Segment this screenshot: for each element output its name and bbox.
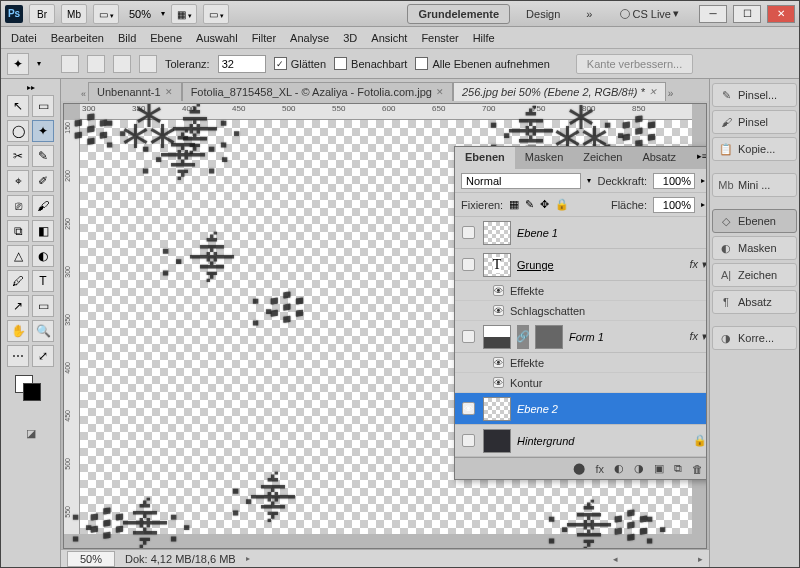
visibility-icon[interactable]: 👁 [493,357,504,368]
fill-input[interactable]: 100% [653,197,695,213]
visibility-icon[interactable]: 👁 [462,402,475,415]
layer-name[interactable]: Hintergrund [517,435,687,447]
magic-wand-icon[interactable]: ✦ [7,53,29,75]
visibility-icon[interactable] [462,434,475,447]
layer-row[interactable]: TGrungefx ▾ [455,249,707,281]
layer-effect[interactable]: 👁Effekte [455,281,707,301]
menu-ebene[interactable]: Ebene [150,32,182,44]
layer-row[interactable]: Ebene 1 [455,217,707,249]
bridge-button[interactable]: Br [29,4,55,24]
document-tab[interactable]: Fotolia_8715458_XL - © Azaliya - Fotolia… [182,82,453,101]
dock-pinsel[interactable]: 🖌Pinsel [712,110,797,134]
panel-tab-absatz[interactable]: Absatz [632,147,686,169]
menu-hilfe[interactable]: Hilfe [473,32,495,44]
menu-bearbeiten[interactable]: Bearbeiten [51,32,104,44]
trash-icon[interactable]: 🗑 [692,463,703,475]
selection-new-icon[interactable] [61,55,79,73]
dock-korre[interactable]: ◑Korre... [712,326,797,350]
background-swatch[interactable] [23,383,41,401]
dock-zeichen[interactable]: A|Zeichen [712,263,797,287]
panel-menu-icon[interactable]: ▸≡ [693,147,707,169]
lock-position-icon[interactable]: ✥ [540,198,549,211]
selection-intersect-icon[interactable] [139,55,157,73]
panel-tab-ebenen[interactable]: Ebenen [455,147,515,169]
tool-8[interactable]: ⎚ [7,195,29,217]
tool-9[interactable]: 🖌 [32,195,54,217]
layout-dropdown[interactable]: ▭ [93,4,119,24]
tool-6[interactable]: ⌖ [7,170,29,192]
tabs-overflow[interactable]: » [666,86,676,101]
layer-effect[interactable]: 👁Schlagschatten [455,301,707,321]
visibility-icon[interactable] [462,258,475,271]
zoom-level[interactable]: 50% [125,6,155,22]
tool-12[interactable]: △ [7,245,29,267]
canvas-area[interactable]: 300350400450500550600650700750800850 150… [63,103,707,549]
tool-7[interactable]: ✐ [32,170,54,192]
dock-absatz[interactable]: ¶Absatz [712,290,797,314]
visibility-icon[interactable]: 👁 [493,285,504,296]
tool-5[interactable]: ✎ [32,145,54,167]
layer-row[interactable]: 🔗Form 1fx ▾ [455,321,707,353]
dock-pinsel[interactable]: ✎Pinsel... [712,83,797,107]
tolerance-input[interactable] [218,55,266,73]
workspace-design[interactable]: Design [516,5,570,23]
layer-thumbnail[interactable] [483,397,511,421]
opacity-input[interactable]: 100% [653,173,695,189]
panel-tab-zeichen[interactable]: Zeichen [573,147,632,169]
tool-0[interactable]: ↖ [7,95,29,117]
menu-auswahl[interactable]: Auswahl [196,32,238,44]
dock-masken[interactable]: ◐Masken [712,236,797,260]
view-dropdown[interactable]: ▦ [171,4,197,24]
tool-14[interactable]: 🖊 [7,270,29,292]
lock-all-icon[interactable]: 🔒 [555,198,569,211]
close-icon[interactable]: ✕ [649,87,657,97]
new-layer-icon[interactable]: ⧉ [674,462,682,475]
tool-13[interactable]: ◐ [32,245,54,267]
panel-tab-masken[interactable]: Masken [515,147,574,169]
selection-add-icon[interactable] [87,55,105,73]
fx-icon[interactable]: fx ▾ [689,258,707,271]
tool-17[interactable]: ▭ [32,295,54,317]
visibility-icon[interactable] [462,226,475,239]
menu-fenster[interactable]: Fenster [421,32,458,44]
lock-transparency-icon[interactable]: ▦ [509,198,519,211]
tool-20[interactable]: ⋯ [7,345,29,367]
tool-11[interactable]: ◧ [32,220,54,242]
layer-name[interactable]: Grunge [517,259,683,271]
blend-mode-select[interactable]: Normal [461,173,581,189]
maximize-button[interactable]: ☐ [733,5,761,23]
layer-effect[interactable]: 👁Effekte [455,353,707,373]
doc-dropdown[interactable]: ▭ [203,4,229,24]
menu-analyse[interactable]: Analyse [290,32,329,44]
visibility-icon[interactable]: 👁 [493,305,504,316]
fx-icon[interactable]: fx [595,463,604,475]
visibility-icon[interactable] [462,330,475,343]
layer-row[interactable]: 👁Ebene 2 [455,393,707,425]
tool-10[interactable]: ⧉ [7,220,29,242]
document-tab[interactable]: 256.jpg bei 50% (Ebene 2, RGB/8#) *✕ [453,82,666,101]
layers-panel[interactable]: EbenenMaskenZeichenAbsatz▸≡ Normal▾ Deck… [454,146,707,480]
tool-21[interactable]: ⤢ [32,345,54,367]
close-icon[interactable]: ✕ [165,87,173,97]
adjustment-icon[interactable]: ◑ [634,462,644,475]
visibility-icon[interactable]: 👁 [493,377,504,388]
tool-19[interactable]: 🔍 [32,320,54,342]
all-layers-checkbox[interactable] [415,57,428,70]
layer-name[interactable]: Ebene 1 [517,227,707,239]
menu-filter[interactable]: Filter [252,32,276,44]
fx-icon[interactable]: fx ▾ [689,330,707,343]
minibridge-button[interactable]: Mb [61,4,87,24]
tool-18[interactable]: ✋ [7,320,29,342]
layer-thumbnail[interactable]: T [483,253,511,277]
tool-16[interactable]: ↗ [7,295,29,317]
tool-15[interactable]: T [32,270,54,292]
layer-thumbnail[interactable] [483,429,511,453]
refine-edge-button[interactable]: Kante verbessern... [576,54,693,74]
dock-kopie[interactable]: 📋Kopie... [712,137,797,161]
close-icon[interactable]: ✕ [436,87,444,97]
tool-4[interactable]: ✂ [7,145,29,167]
group-icon[interactable]: ▣ [654,462,664,475]
dock-mini[interactable]: MbMini ... [712,173,797,197]
dock-ebenen[interactable]: ◇Ebenen [712,209,797,233]
layer-effect[interactable]: 👁Kontur [455,373,707,393]
